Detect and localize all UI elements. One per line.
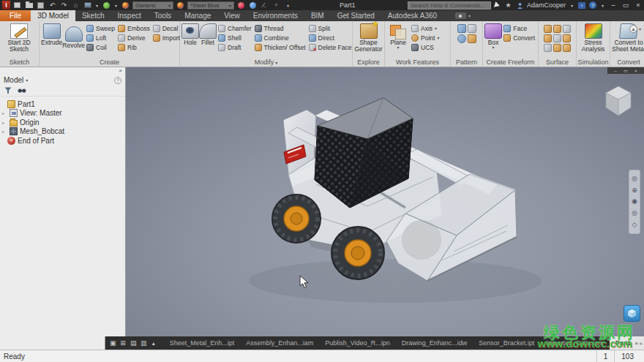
thread-button[interactable]: Thread [253, 24, 307, 32]
doc-restore-button[interactable]: ▭ [624, 68, 628, 74]
tab-bim[interactable]: BIM [304, 10, 331, 21]
restore-button[interactable]: ▭ [621, 1, 630, 9]
help-icon[interactable]: ? [589, 1, 596, 9]
surface-tool-icon[interactable] [563, 44, 571, 52]
stress-analysis-button[interactable]: Stress Analysis [578, 22, 608, 53]
favorites-star-icon[interactable]: ★ [503, 1, 513, 10]
sign-out-icon[interactable]: › [578, 2, 585, 9]
doc-tab-sheet-metal[interactable]: Sheet_Metal_Enh...ipt [164, 336, 241, 350]
clear-appearance-icon[interactable] [248, 1, 258, 10]
panel-label-create-freeform[interactable]: Create Freeform [484, 58, 536, 67]
rib-button[interactable]: Rib [116, 43, 151, 51]
derive-button[interactable]: Derive [116, 34, 151, 42]
viewcube[interactable] [602, 83, 635, 118]
appearance-sphere-icon[interactable] [121, 1, 130, 10]
rectangular-pattern-icon[interactable] [457, 24, 466, 33]
extrude-button[interactable]: Extrude [41, 22, 62, 46]
start-2d-sketch-button[interactable]: Start 2D Sketch [1, 22, 37, 53]
decal-button[interactable]: Decal [151, 24, 181, 32]
screen-record-dropdown-icon[interactable]: ▾ [468, 13, 471, 18]
panel-label-convert[interactable]: Convert [612, 58, 644, 67]
tree-item-end-of-part[interactable]: × End of Part [0, 136, 125, 145]
render-dropdown-icon[interactable]: ▾ [94, 1, 100, 10]
ribbon-collapse-icon[interactable]: ▲ [629, 25, 637, 33]
tab-autodesk-a360[interactable]: Autodesk A360 [381, 10, 443, 21]
render-icon[interactable] [83, 1, 92, 10]
tab-manage[interactable]: Manage [178, 10, 217, 21]
tab-tools[interactable]: Tools [148, 10, 178, 21]
surface-tool-icon[interactable] [544, 34, 552, 42]
undo-icon[interactable]: ↶ [48, 1, 57, 10]
ribbon-collapse-dropdown-icon[interactable]: ▾ [639, 26, 641, 31]
split-horizontal-icon[interactable]: ▤ [129, 339, 138, 347]
panel-label-sketch[interactable]: Sketch [1, 58, 37, 67]
tree-item-origin[interactable]: ▸ Origin [0, 118, 125, 127]
filter-icon[interactable] [4, 87, 12, 94]
tab-scroll-left-icon[interactable]: ◂ [639, 340, 642, 347]
ucs-button[interactable]: UCS [410, 43, 441, 51]
freeform-box-button[interactable]: Box ▾ [484, 22, 502, 50]
revolve-button[interactable]: Revolve [62, 22, 85, 49]
home-icon[interactable]: ⌂ [71, 1, 80, 10]
tab-environments[interactable]: Environments [247, 10, 304, 21]
screen-record-icon[interactable] [455, 12, 466, 19]
cascade-windows-icon[interactable]: ▣ [108, 339, 118, 347]
viewport-3d[interactable]: – ▭ × ◎ ⊕ ◉ ◎ ◇ [126, 67, 644, 336]
user-dropdown-icon[interactable]: ▾ [569, 1, 574, 10]
freeform-convert-button[interactable]: Convert [502, 34, 536, 42]
update-icon[interactable] [102, 1, 111, 10]
add-command-icon[interactable]: + [272, 1, 281, 10]
tab-inspect[interactable]: Inspect [111, 10, 148, 21]
fillet-button[interactable]: Fillet [199, 22, 217, 46]
draft-button[interactable]: Draft [217, 43, 253, 51]
browser-close-icon[interactable]: × [119, 68, 122, 75]
import-button[interactable]: Import [151, 34, 181, 42]
minimize-button[interactable]: – [609, 1, 618, 9]
combine-button[interactable]: Combine [253, 34, 307, 42]
point-button[interactable]: Point▾ [410, 34, 441, 42]
browser-header[interactable]: Model ▾ ? [0, 75, 125, 86]
direct-button[interactable]: Direct [307, 34, 353, 42]
panel-label-simulation[interactable]: Simulation [578, 58, 608, 67]
sketch-driven-pattern-icon[interactable] [468, 34, 476, 43]
ribbon-collapse-control[interactable]: ▲ ▾ [629, 25, 641, 33]
panel-label-create[interactable]: Create [41, 58, 178, 67]
browser-header-dropdown-icon[interactable]: ▾ [26, 78, 28, 83]
doc-tab-publish-video[interactable]: Publish_Video_R...ipn [319, 336, 395, 350]
tile-windows-icon[interactable]: ⊞ [119, 339, 128, 347]
help-dropdown-icon[interactable]: ▾ [600, 1, 605, 10]
expand-arrow-icon[interactable]: ▸ [2, 110, 7, 116]
split-vertical-icon[interactable]: ▥ [139, 339, 149, 347]
mirror-icon[interactable] [468, 24, 476, 33]
close-button[interactable]: × [634, 1, 643, 9]
pan-icon[interactable]: ⊕ [632, 187, 637, 194]
surface-tool-icon[interactable] [553, 34, 561, 42]
search-input[interactable] [408, 1, 491, 10]
customize-qat-icon[interactable]: ▾ [283, 1, 293, 10]
chamfer-button[interactable]: Chamfer [217, 24, 253, 32]
material-sphere-icon[interactable] [176, 1, 185, 10]
thicken-offset-button[interactable]: Thicken/ Offset [253, 43, 307, 51]
search-go-icon[interactable] [494, 1, 501, 9]
surface-tool-icon[interactable] [544, 44, 552, 52]
adjust-appearance-icon[interactable] [236, 1, 246, 10]
collapse-docbar-icon[interactable]: ▲ [149, 341, 158, 346]
doc-tab-sensor-bracket[interactable]: Sensor_Bracket.ipt [473, 336, 540, 350]
material-dropdown[interactable]: Generic ▾ [132, 1, 173, 10]
tree-item-part1[interactable]: Part1 [0, 99, 125, 108]
tab-view[interactable]: View [217, 10, 247, 21]
browser-help-icon[interactable]: ? [114, 77, 121, 84]
surface-tool-icon[interactable] [553, 44, 561, 52]
expand-arrow-icon[interactable]: ▸ [2, 129, 7, 134]
hole-button[interactable]: Hole [181, 22, 199, 46]
tree-item-mesh-bobcat[interactable]: ▸ Mesh_Bobcat [0, 127, 125, 136]
doc-close-button[interactable]: × [634, 68, 637, 74]
panel-label-pattern[interactable]: Pattern [452, 58, 481, 67]
doc-minimize-button[interactable]: – [614, 68, 616, 74]
surface-tool-icon[interactable] [563, 34, 571, 42]
new-document-icon[interactable] [12, 1, 22, 10]
save-icon[interactable] [36, 1, 45, 10]
shell-button[interactable]: Shell [217, 34, 253, 42]
zoom-icon[interactable]: ◉ [632, 198, 637, 205]
emboss-button[interactable]: Emboss [116, 24, 151, 32]
